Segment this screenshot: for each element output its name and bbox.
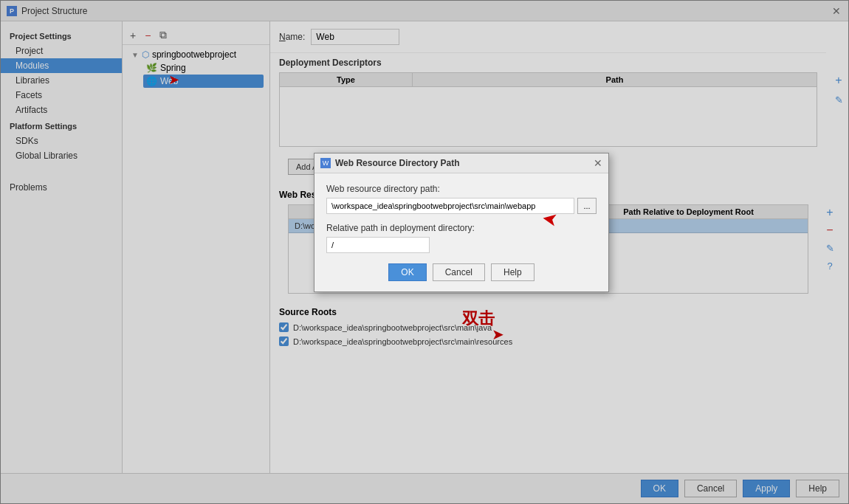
web-resource-dialog: W Web Resource Directory Path ✕ Web reso… (314, 153, 609, 292)
dialog-ok-button[interactable]: OK (388, 263, 426, 281)
dialog-icon: W (320, 158, 331, 168)
dialog-relative-label: Relative path in deployment directory: (326, 223, 597, 233)
dialog-buttons: OK Cancel Help (326, 263, 597, 281)
dialog-relative-row (326, 237, 597, 253)
dialog-overlay: W Web Resource Directory Path ✕ Web reso… (0, 0, 849, 504)
dialog-path-input[interactable] (326, 198, 574, 214)
dialog-title-bar: W Web Resource Directory Path ✕ (314, 153, 608, 173)
dialog-close-button[interactable]: ✕ (594, 157, 602, 169)
dialog-help-button[interactable]: Help (491, 263, 535, 281)
dialog-path-label: Web resource directory path: (326, 184, 597, 194)
dialog-body: Web resource directory path: ... Relativ… (314, 173, 608, 291)
dialog-path-row: ... (326, 198, 597, 214)
dialog-title: Web Resource Directory Path (335, 158, 589, 168)
main-window: P Project Structure ✕ Project Settings P… (0, 0, 849, 504)
dialog-browse-button[interactable]: ... (577, 198, 597, 214)
dialog-relative-input[interactable] (326, 237, 430, 253)
dialog-cancel-button[interactable]: Cancel (433, 263, 485, 281)
